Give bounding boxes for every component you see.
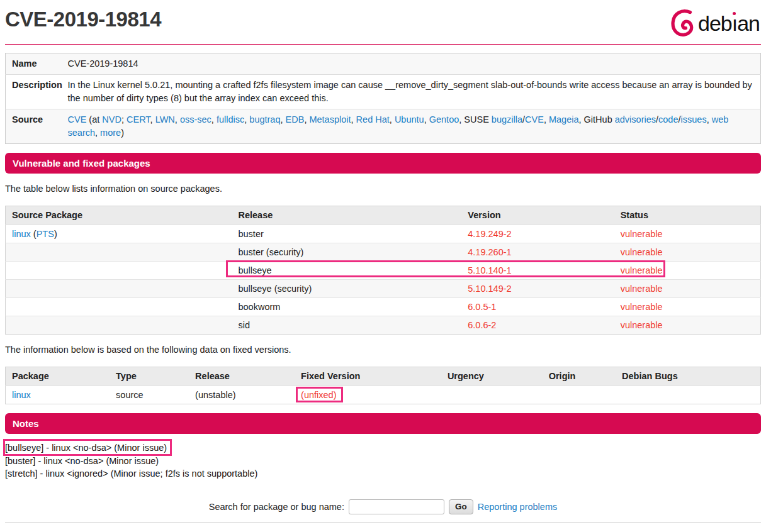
source-ref-text: , [150,114,155,125]
source-ref-link[interactable]: issues [681,114,707,125]
source-ref-text: , [351,114,356,125]
urgency-cell [441,386,543,404]
note-text: [buster] - linux <no-dsa> (Minor issue) [5,455,159,468]
version-cell: 4.19.249-2 [461,225,614,243]
source-ref-link[interactable]: Metasploit [309,114,351,125]
fixed-version-row: linuxsource(unstable)(unfixed) [6,386,761,404]
fixed-version-cell: (unfixed) [295,386,441,404]
page-title: CVE-2019-19814 [5,8,761,31]
release-cell: sid [232,316,461,335]
package-cell: linux [6,386,110,404]
version-cell: 5.10.140-1 [461,262,614,280]
note-line: [bullseye] - linux <no-dsa> (Minor issue… [5,441,761,455]
col-header-urgency: Urgency [441,367,543,386]
source-ref-link[interactable]: LWN [155,114,175,125]
source-ref-text: , [544,114,549,125]
source-ref-link[interactable]: code [658,114,678,125]
source-package-cell [6,298,232,316]
search-bar: Search for package or bug name: Go Repor… [5,499,761,514]
source-ref-link[interactable]: advisories [615,114,656,125]
col-header-debian-bugs: Debian Bugs [616,367,760,386]
debian-logo[interactable]: debıan [670,9,760,38]
info-row-description: Description In the Linux kernel 5.0.21, … [6,75,761,109]
fixed-versions-intro: The information below is based on the fo… [5,345,761,355]
package-release-row: sid6.0.6-2vulnerable [6,316,761,335]
source-ref-link[interactable]: Mageia [549,114,579,125]
info-label-description: Description [6,75,67,109]
highlight-box [296,387,342,402]
source-ref-text: ; [121,114,127,125]
debian-logo-text: debıan [698,13,760,34]
source-ref-link[interactable]: Ubuntu [395,114,424,125]
package-link[interactable]: linux [12,229,31,239]
col-header-fixed-version: Fixed Version [295,367,441,386]
footer-divider [5,522,761,523]
source-packages-intro: The table below lists information on sou… [5,184,761,194]
info-label-source: Source [6,109,67,144]
release-cell: bullseye [232,262,461,280]
search-input[interactable] [349,499,444,514]
info-value-name: CVE-2019-19814 [67,53,761,75]
reporting-problems-link[interactable]: Reporting problems [478,502,558,512]
source-ref-link[interactable]: fulldisc [217,114,244,125]
status-cell: vulnerable [614,316,761,335]
col-header-release: Release [232,206,461,225]
source-ref-link[interactable]: EDB [286,114,305,125]
source-ref-link[interactable]: bugzilla [492,114,522,125]
source-ref-link[interactable]: NVD [102,114,121,125]
release-cell: (unstable) [189,386,295,404]
col-header-origin: Origin [543,367,616,386]
note-text: [bullseye] - linux <no-dsa> (Minor issue… [5,441,167,455]
source-ref-link[interactable]: CVE [68,114,87,125]
notes-banner: Notes [5,413,761,434]
source-ref-link[interactable]: Red Hat [356,114,390,125]
source-ref-link[interactable]: oss-sec [180,114,211,125]
info-value-source: CVE (at NVD; CERT, LWN, oss-sec, fulldis… [67,109,761,144]
pts-link[interactable]: PTS [37,229,54,239]
source-ref-link[interactable]: CERT [127,114,150,125]
source-ref-text: , [175,114,180,125]
source-package-cell [6,316,232,335]
version-cell: 6.0.6-2 [461,316,614,335]
packages-table-header-row: Source Package Release Version Status [6,206,761,225]
col-header-source-package: Source Package [6,206,232,225]
source-ref-text: , GitHub [579,114,615,125]
package-release-row: bullseye5.10.140-1vulnerable [6,262,761,280]
source-ref-text: (at [86,114,102,125]
package-release-row: bullseye (security)5.10.149-2vulnerable [6,280,761,298]
highlight-box [3,439,172,456]
source-ref-text: , [95,128,100,138]
origin-cell [543,386,616,404]
status-cell: vulnerable [614,243,761,262]
notes-list: [bullseye] - linux <no-dsa> (Minor issue… [5,441,761,480]
go-button[interactable]: Go [449,499,473,514]
source-ref-link[interactable]: more [100,128,121,138]
source-package-cell [6,280,232,298]
version-cell: 6.0.5-1 [461,298,614,316]
source-ref-text: , SUSE [459,114,492,125]
info-value-description: In the Linux kernel 5.0.21, mounting a c… [67,75,761,109]
col-header-version: Version [461,206,614,225]
source-ref-link[interactable]: Gentoo [429,114,459,125]
col-header-release: Release [189,367,295,386]
logo-i-dot [733,12,736,15]
source-ref-text: , [707,114,712,125]
search-label: Search for package or bug name: [209,502,344,512]
status-cell: vulnerable [614,225,761,243]
source-ref-text: , [211,114,217,125]
source-ref-link[interactable]: bugtraq [249,114,280,125]
status-cell: vulnerable [614,280,761,298]
release-cell: bookworm [232,298,461,316]
release-cell: bullseye (security) [232,280,461,298]
package-release-row: linux (PTS)buster4.19.249-2vulnerable [6,225,761,243]
source-ref-text: , [390,114,395,125]
source-ref-link[interactable]: CVE [525,114,544,125]
fixed-version-value: (unfixed) [301,390,336,400]
package-link[interactable]: linux [12,390,31,400]
status-cell: vulnerable [614,262,761,280]
debian-swirl-icon [670,9,698,38]
source-ref-text: , [424,114,429,125]
status-cell: vulnerable [614,298,761,316]
package-release-row: buster (security)4.19.260-1vulnerable [6,243,761,262]
release-cell: buster [232,225,461,243]
